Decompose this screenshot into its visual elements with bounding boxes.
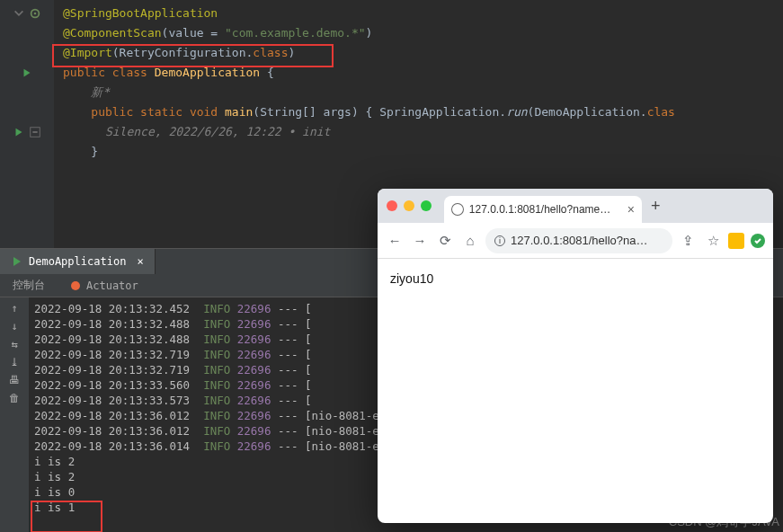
collapse-icon[interactable] bbox=[13, 7, 25, 20]
globe-icon bbox=[451, 203, 464, 216]
new-tab-icon[interactable]: + bbox=[651, 197, 661, 216]
scroll-icon[interactable]: ⤓ bbox=[7, 355, 22, 369]
run-class-icon[interactable] bbox=[21, 66, 33, 79]
run-method-icon[interactable] bbox=[13, 126, 25, 138]
run-icon bbox=[11, 255, 23, 268]
soft-wrap-icon[interactable]: ⇆ bbox=[7, 337, 22, 351]
minimize-window-icon[interactable] bbox=[404, 200, 414, 211]
svg-point-1 bbox=[34, 13, 37, 15]
reload-icon[interactable]: ⟳ bbox=[435, 231, 455, 251]
page-content: ziyou10 bbox=[378, 259, 773, 298]
maximize-window-icon[interactable] bbox=[421, 200, 432, 211]
collapse-icon[interactable] bbox=[29, 126, 41, 138]
extension-icon-2[interactable] bbox=[750, 233, 766, 249]
down-arrow-icon[interactable]: ↓ bbox=[7, 319, 22, 333]
subtab-actuator[interactable]: Actuator bbox=[58, 274, 151, 297]
browser-window: 127.0.0.1:8081/hello?name=ziy × + ← → ⟳ … bbox=[378, 189, 773, 523]
gear-icon[interactable] bbox=[29, 7, 41, 20]
address-bar[interactable]: i 127.0.0.1:8081/hello?na… bbox=[485, 228, 672, 253]
run-tab-demoapplication[interactable]: DemoApplication × bbox=[0, 249, 156, 274]
subtab-console[interactable]: 控制台 bbox=[0, 274, 58, 297]
svg-point-3 bbox=[71, 281, 80, 290]
up-arrow-icon[interactable]: ↑ bbox=[7, 301, 22, 315]
console-toolbar: ↑ ↓ ⇆ ⤓ 🖶 🗑 bbox=[0, 297, 29, 532]
print-icon[interactable]: 🖶 bbox=[7, 373, 22, 387]
browser-toolbar: ← → ⟳ ⌂ i 127.0.0.1:8081/hello?na… ⇪ ☆ bbox=[378, 223, 773, 259]
close-icon[interactable]: × bbox=[137, 255, 143, 268]
info-icon[interactable]: i bbox=[494, 235, 505, 246]
share-icon[interactable]: ⇪ bbox=[678, 231, 698, 251]
highlight-box-console bbox=[31, 501, 102, 532]
browser-tabbar: 127.0.0.1:8081/hello?name=ziy × + bbox=[378, 189, 773, 223]
tab-title: 127.0.0.1:8081/hello?name=ziy bbox=[469, 203, 617, 216]
editor-gutter bbox=[0, 0, 54, 248]
svg-rect-4 bbox=[728, 233, 744, 249]
url-text: 127.0.0.1:8081/hello?na… bbox=[511, 234, 648, 247]
extension-icon-1[interactable] bbox=[728, 233, 744, 249]
actuator-icon bbox=[70, 280, 81, 291]
forward-icon[interactable]: → bbox=[410, 231, 430, 251]
star-icon[interactable]: ☆ bbox=[703, 231, 723, 251]
close-window-icon[interactable] bbox=[387, 200, 397, 211]
close-tab-icon[interactable]: × bbox=[627, 202, 635, 217]
highlight-box-import bbox=[52, 44, 334, 67]
back-icon[interactable]: ← bbox=[385, 231, 405, 251]
browser-tab[interactable]: 127.0.0.1:8081/hello?name=ziy × bbox=[444, 196, 642, 223]
home-icon[interactable]: ⌂ bbox=[460, 231, 480, 251]
watermark: CSDN @鸡哥学JAVA bbox=[669, 514, 779, 530]
trash-icon[interactable]: 🗑 bbox=[7, 391, 22, 405]
